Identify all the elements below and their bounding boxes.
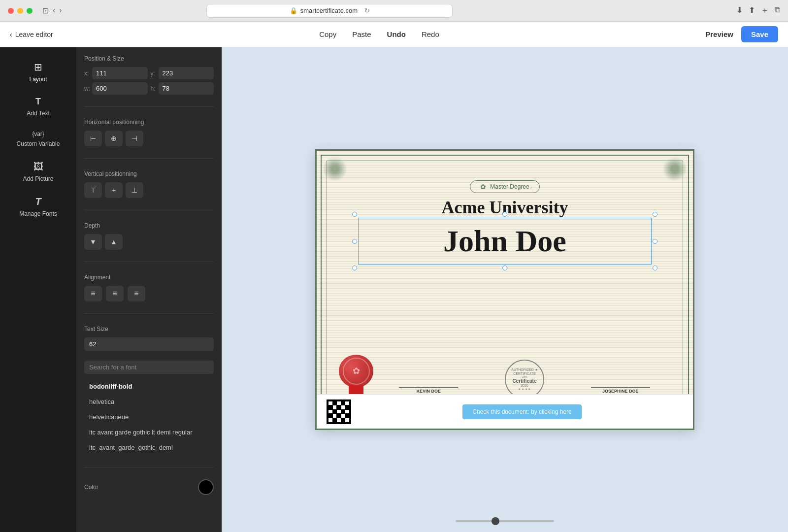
maximize-traffic-light[interactable] [27,8,33,14]
font-search-input[interactable] [84,361,214,374]
horiz-align-right-button[interactable]: ⊣ [126,131,143,146]
preview-button[interactable]: Preview [705,30,733,38]
add-picture-icon: 🖼 [33,161,43,172]
sidebar-item-layout[interactable]: ⊞ Layout [4,55,72,89]
handle-top-left[interactable] [352,212,357,217]
handle-top-right[interactable] [653,212,657,217]
canvas-area[interactable]: Master Degree Acme University [222,47,788,532]
vert-align-middle-button[interactable]: + [105,182,123,198]
lock-icon: 🔒 [290,7,297,14]
color-section: Color [84,479,214,495]
back-button[interactable]: ‹ Leave editor [10,31,53,38]
handle-bottom-right[interactable] [653,266,657,270]
font-item-helvetica[interactable]: helvetica [84,394,214,409]
zoom-bar [456,520,554,522]
color-swatch[interactable] [198,479,214,495]
handle-bottom-left[interactable] [352,266,357,270]
cert-footer: Check this document: by clicking here [317,394,693,429]
traffic-lights [8,8,33,14]
layout-icon: ⊞ [34,61,42,73]
new-tab-icon[interactable]: ＋ [761,5,769,16]
vert-align-bottom-button[interactable]: ⊥ [126,182,143,198]
depth-down-button[interactable]: ▼ [84,234,102,250]
manage-fonts-icon: T [35,196,41,207]
properties-panel: Position & Size x: y: w: h: [76,47,222,532]
w-coord-input: w: [84,82,148,95]
divider-6 [84,467,214,467]
align-left-button[interactable]: ≡ [84,286,102,301]
depth-up-button[interactable]: ▲ [105,234,123,250]
vertical-positioning-buttons: ⊤ + ⊥ [84,182,214,198]
back-icon[interactable]: ‹ [53,6,55,15]
stamp-year: 2020 [506,384,543,387]
align-right-button[interactable]: ≡ [128,286,145,301]
position-size-section: Position & Size x: y: w: h: [84,55,214,95]
copy-button[interactable]: Copy [319,30,336,38]
cert-stamp: AUTHORIZED ★ CERTIFICATE 246 Certificate… [505,360,544,399]
font-item-bodonilff-bold[interactable]: bodonilff-bold [84,379,214,394]
h-field[interactable] [159,82,214,95]
text-size-input[interactable] [84,337,214,351]
close-traffic-light[interactable] [8,8,14,14]
font-item-itc-avant-garde[interactable]: itc avant garde gothic lt demi regular [84,425,214,440]
browser-bar: ⊡ ‹ › 🔒 smartcertificate.com ↻ ⬇ ⬆ ＋ ⧉ [0,0,788,22]
divider-4 [84,262,214,262]
tabs-icon[interactable]: ⧉ [775,5,780,16]
x-field[interactable] [92,67,147,79]
sidebar-label-manage-fonts: Manage Fonts [19,210,57,217]
handle-top-middle[interactable] [502,212,507,217]
sidebar-toggle-icon[interactable]: ⊡ [42,6,49,15]
selection-outline [358,218,652,265]
sidebar-item-custom-variable[interactable]: {var} Custom Variable [4,125,72,153]
certificate-container: Master Degree Acme University [315,149,694,430]
handle-middle-right[interactable] [653,239,657,244]
minimize-traffic-light[interactable] [17,8,23,14]
position-size-label: Position & Size [84,55,214,62]
x-coord-input: x: [84,67,148,79]
y-label: y: [151,70,157,77]
zoom-slider[interactable] [456,520,554,522]
horiz-align-center-button[interactable]: ⊕ [105,131,123,146]
horizontal-positioning-label: Horizontal positionning [84,119,214,126]
vertical-positioning-label: Vertical positionning [84,170,214,177]
forward-icon[interactable]: › [59,6,62,15]
font-list: bodonilff-bold helvetica helveticaneue i… [84,379,214,455]
redo-button[interactable]: Redo [422,30,439,38]
sidebar-item-add-picture[interactable]: 🖼 Add Picture [4,155,72,188]
alignment-section: Alignment ≡ ≡ ≡ [84,274,214,301]
sidebar-label-custom-variable: Custom Variable [17,140,60,147]
w-field[interactable] [92,82,147,95]
url-text: smartcertificate.com [300,7,358,14]
app-bar: ‹ Leave editor Copy Paste Undo Redo Prev… [0,22,788,47]
app-bar-center: Copy Paste Undo Redo [53,30,706,38]
horiz-align-left-button[interactable]: ⊢ [84,131,102,146]
sidebar-label-add-text: Add Text [27,110,49,117]
y-coord-input: y: [151,67,214,79]
paste-button[interactable]: Paste [352,30,371,38]
y-field[interactable] [159,67,214,79]
font-item-helveticaneue[interactable]: helveticaneue [84,409,214,425]
align-center-button[interactable]: ≡ [106,286,124,301]
sidebar-label-layout: Layout [29,76,47,83]
vert-align-top-button[interactable]: ⊤ [84,182,102,198]
sig-line-2 [591,387,650,388]
back-chevron-icon: ‹ [10,31,12,38]
divider-3 [84,210,214,210]
verify-button[interactable]: Check this document: by clicking here [462,404,581,419]
horizontal-positioning-buttons: ⊢ ⊕ ⊣ [84,131,214,146]
handle-middle-left[interactable] [352,239,357,244]
divider-1 [84,106,214,107]
sidebar-item-add-text[interactable]: T Add Text [4,91,72,123]
handle-bottom-middle[interactable] [502,266,507,270]
sidebar-item-manage-fonts[interactable]: T Manage Fonts [4,190,72,223]
refresh-icon[interactable]: ↻ [364,7,370,14]
selection-box[interactable]: John Doe [362,222,648,261]
undo-button[interactable]: Undo [387,30,406,38]
share-icon[interactable]: ⬆ [749,5,755,16]
font-item-itc-avant-garde-demi[interactable]: itc_avant_garde_gothic_demi [84,440,214,455]
add-text-icon: T [35,97,41,107]
download-icon[interactable]: ⬇ [736,5,743,16]
save-button[interactable]: Save [741,26,778,42]
url-bar[interactable]: 🔒 smartcertificate.com ↻ [206,4,453,18]
horizontal-positioning-section: Horizontal positionning ⊢ ⊕ ⊣ [84,119,214,146]
